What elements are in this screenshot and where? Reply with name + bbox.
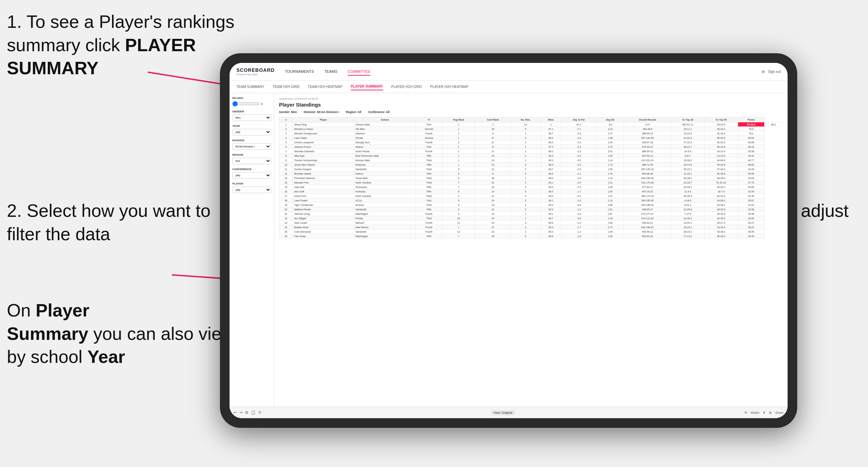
nav-tournaments[interactable]: TOURNAMENTS <box>285 68 314 76</box>
view-label: View: Original <box>491 410 515 415</box>
filter-division: Division: NCAA Division I <box>304 110 339 114</box>
sub-nav: TEAM SUMMARY TEAM H2H GRID TEAM H2H HEAT… <box>230 81 788 93</box>
table-row: 20Matthew RiedelVanderbiltFifth922069.3-… <box>279 207 783 212</box>
col-overall: Overall Record <box>624 118 671 122</box>
sign-out-link[interactable]: Sign out <box>768 70 781 74</box>
division-section: Division NCAA Division I <box>232 139 271 150</box>
table-row: 5Christo LamprechtGeorgia TechFourth2212… <box>279 140 783 145</box>
bottom-toolbar: ↩ ↪ ⧉ 📋 ↻ View: Original 👁 Watch ⬆ ⊞ Sha… <box>230 407 788 418</box>
watch-label[interactable]: Watch <box>751 411 759 414</box>
table-row: 9Preston SummerhaysArizona StateThird124… <box>279 158 783 163</box>
standings-table: # Player School Yr Reg Rank Conf Rank No… <box>279 117 783 238</box>
table-row: 16Alex GoffKentuckyFifth819068.3-1.71.92… <box>279 189 783 194</box>
sub-nav-team-summary[interactable]: TEAM SUMMARY <box>236 84 265 90</box>
table-row: 17David FordNorth CarolinaThird421069.0-… <box>279 194 783 198</box>
table-row: 22Ian GilliganFloridaThird1024168.7-0.91… <box>279 216 783 221</box>
annotation-mid-left: 2. Select how you want to filter the dat… <box>7 199 230 246</box>
no-rds-section: No Rds. 0 <box>232 97 271 107</box>
col-conf-rank: Conf Rank <box>475 118 511 122</box>
sub-nav-team-h2h-grid[interactable]: TEAM H2H GRID <box>273 84 300 90</box>
table-row: 18Luke PowellUCLAFirst424069.1-1.81.1350… <box>279 198 783 203</box>
nav-bar: SCOREBOARD Powered by clipd TOURNAMENTS … <box>230 63 788 81</box>
update-time: Update time: 27/03/2024 16:56:26 <box>279 97 783 100</box>
table-row: 7Nicholas GabrelcikNorth FloridaFourth12… <box>279 149 783 154</box>
gender-select[interactable]: Men <box>232 114 271 121</box>
col-reg-rank: Reg Rank <box>442 118 475 122</box>
export-icon[interactable]: ⬆ <box>763 411 766 414</box>
filters-row: Gender: Men Division: NCAA Division I Re… <box>279 110 783 114</box>
sub-nav-team-h2h-heatmap[interactable]: TEAM H2H HEATMAP <box>308 84 343 90</box>
col-player: Player <box>293 118 354 122</box>
nav-teams[interactable]: TEAMS <box>324 68 337 76</box>
year-select[interactable]: (All) <box>232 129 271 135</box>
col-school: School <box>354 118 416 122</box>
table-row: 25Cole SherwoodVanderbiltFourth1223169.3… <box>279 230 783 234</box>
filter-region: Region: All <box>346 110 361 114</box>
table-row: 6Jackson KoivunAuburnFirst127167.3-2.02.… <box>279 145 783 149</box>
table-row: 10Jacob Skov OlesenArkansasFifth123068.4… <box>279 163 783 167</box>
region-label: Region <box>232 153 271 156</box>
slider-value: 0 <box>261 102 263 105</box>
conference-select[interactable]: (All) <box>232 172 271 179</box>
undo-button[interactable]: ↩ <box>234 410 237 415</box>
table-row: 3Michael ThorbjornsenStanfordFourth28168… <box>279 131 783 136</box>
grid-icon[interactable]: ⊞ <box>769 411 772 414</box>
table-row: 24Bastien AmatNew MexicoFourth127269.4-1… <box>279 225 783 230</box>
col-avg-sg: Avg SG <box>597 118 624 122</box>
paste-button[interactable]: 📋 <box>251 410 256 415</box>
table-row: 12Brendan ValdesAuburnFifth517068.4-1.11… <box>279 171 783 176</box>
table-row: 11Gordon SargentVanderbiltThird421068.7-… <box>279 167 783 171</box>
no-rds-slider[interactable] <box>232 101 260 107</box>
gender-label: Gender <box>232 110 271 113</box>
col-vs-top25: Vs Top 25 <box>671 118 704 122</box>
player-section: Player (All) <box>232 182 271 193</box>
division-label: Division <box>232 139 271 142</box>
toolbar-left: ↩ ↪ ⧉ 📋 ↻ <box>234 410 261 415</box>
table-area: Update time: 27/03/2024 16:56:26 Player … <box>274 93 788 407</box>
sidebar: No Rds. 0 Gender Men Year (All) <box>230 93 274 407</box>
section-title: Player Standings <box>279 102 783 108</box>
share-label[interactable]: Share <box>775 411 783 414</box>
player-select[interactable]: (All) <box>232 187 271 193</box>
region-select[interactable]: N/A <box>232 158 271 164</box>
sub-nav-player-summary[interactable]: PLAYER SUMMARY <box>351 83 383 90</box>
table-row: 2Michael Le SassoOle MissSecond118067.1-… <box>279 127 783 131</box>
table-row: 26Petr HrubyWashingtonFifth725068.6-1.81… <box>279 234 783 238</box>
col-yr: Yr <box>416 118 442 122</box>
refresh-button[interactable]: ↻ <box>258 410 261 415</box>
annotation-bottom-left: On PlayerSummary you can also view by sc… <box>7 299 241 369</box>
nav-committee[interactable]: COMMITTEE <box>348 68 370 76</box>
region-section: Region N/A <box>232 153 271 164</box>
col-vs-top50: Vs Top 50 <box>704 118 738 122</box>
table-row: 8Mats EgeEast Tennessee StateFifth124268… <box>279 154 783 158</box>
nav-links: TOURNAMENTS TEAMS COMMITTEE <box>285 68 762 76</box>
watch-icon: 👁 <box>744 411 747 414</box>
main-content: No Rds. 0 Gender Men Year (All) <box>230 93 788 407</box>
table-header-row: # Player School Yr Reg Rank Conf Rank No… <box>279 118 783 122</box>
filter-gender: Gender: Men <box>279 110 297 114</box>
year-label: Year <box>232 124 271 127</box>
table-row: 14Maxwell FordNorth CarolinaThird722069.… <box>279 180 783 185</box>
copy-button[interactable]: ⧉ <box>245 410 248 415</box>
table-row: 21Taehoon SongWashingtonFourth423169.1-1… <box>279 212 783 216</box>
nav-right: ⊞ Sign out <box>762 70 781 74</box>
table-row: 15Jake HallTennesseeFifth718068.5-1.51.6… <box>279 185 783 189</box>
col-wins: Wins <box>541 118 561 122</box>
toolbar-right: 👁 Watch ⬆ ⊞ Share <box>744 411 783 414</box>
slider-container: 0 <box>232 101 271 107</box>
redo-button[interactable]: ↪ <box>240 410 243 415</box>
gender-section: Gender Men <box>232 110 271 121</box>
filter-conference: Conference: All <box>368 110 390 114</box>
table-row: 19Tiger ChristensenArizonaThird523269.2-… <box>279 203 783 207</box>
player-label: Player <box>232 182 271 185</box>
col-no-rds: No. Rds. <box>511 118 541 122</box>
logo-area: SCOREBOARD Powered by clipd <box>236 67 275 76</box>
sub-nav-player-h2h-heatmap[interactable]: PLAYER H2H HEATMAP <box>430 84 469 90</box>
col-points: Points <box>738 118 764 122</box>
conference-label: Conference <box>232 168 271 171</box>
tablet-frame: SCOREBOARD Powered by clipd TOURNAMENTS … <box>220 53 797 428</box>
sub-nav-player-h2h-grid[interactable]: PLAYER H2H GRID <box>391 84 422 90</box>
col-rank: # <box>279 118 293 122</box>
no-rds-label: No Rds. <box>232 97 271 100</box>
division-select[interactable]: NCAA Division I <box>232 143 271 150</box>
